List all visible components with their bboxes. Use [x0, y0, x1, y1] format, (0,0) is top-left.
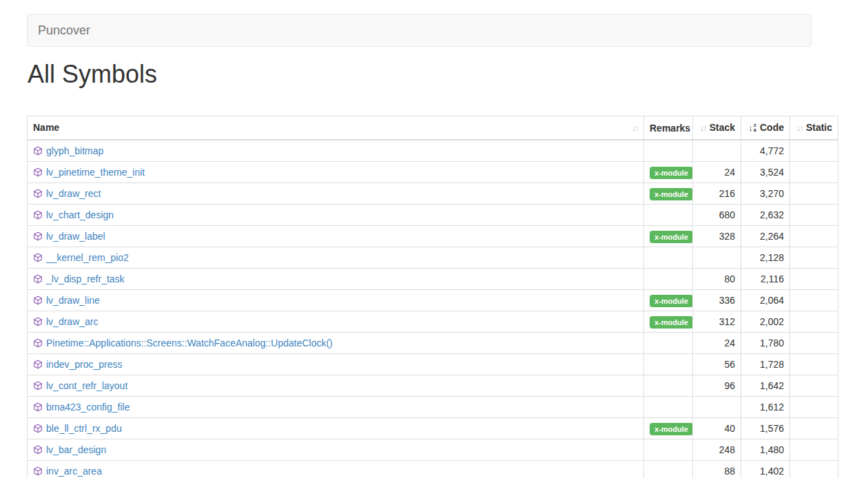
- cube-icon: [33, 402, 43, 412]
- cube-icon: [33, 317, 43, 326]
- symbol-link[interactable]: Pinetime::Applications::Screens::WatchFa…: [46, 337, 333, 349]
- code-value: 1,728: [741, 354, 790, 375]
- column-header-remarks: Remarks: [644, 116, 693, 141]
- stack-value: [693, 397, 741, 418]
- static-value: [790, 183, 838, 205]
- cube-icon: [33, 381, 43, 391]
- sort-both-icon: ↓↑: [700, 122, 706, 134]
- stack-value: 216: [693, 183, 741, 205]
- table-row: lv_draw_arc x-module 312 2,002: [28, 311, 838, 333]
- symbol-link[interactable]: bma423_config_file: [46, 402, 130, 413]
- table-row: ble_ll_ctrl_rx_pdu x-module 40 1,576: [28, 418, 838, 439]
- stack-value: 88: [693, 461, 741, 478]
- static-value: [790, 439, 838, 461]
- cube-icon: [33, 210, 43, 220]
- static-value: [790, 226, 838, 247]
- xmodule-badge: x-module: [650, 188, 693, 200]
- stack-value: 80: [693, 269, 741, 290]
- stack-value: 40: [693, 418, 741, 439]
- column-header-static[interactable]: ↓↑Static: [790, 116, 838, 141]
- cube-icon: [33, 167, 43, 177]
- table-row: _lv_disp_refr_task 80 2,116: [28, 269, 838, 290]
- cube-icon: [33, 189, 43, 198]
- table-row: lv_draw_rect x-module 216 3,270: [28, 183, 838, 205]
- static-value: [790, 205, 838, 226]
- table-row: glyph_bitmap 4,772: [28, 140, 838, 162]
- code-value: 1,642: [741, 375, 790, 397]
- cube-icon: [33, 253, 43, 262]
- static-value: [790, 311, 838, 333]
- static-value: [790, 269, 838, 290]
- static-value: [790, 461, 838, 478]
- remarks-header-label: Remarks: [650, 123, 690, 134]
- symbol-link[interactable]: lv_chart_design: [46, 209, 114, 220]
- xmodule-badge: x-module: [650, 167, 693, 179]
- code-value: 1,576: [741, 418, 790, 439]
- name-header-label: Name: [33, 122, 59, 133]
- column-header-code[interactable]: ↓zaCode: [741, 116, 790, 141]
- xmodule-badge: x-module: [650, 295, 693, 307]
- stack-value: 312: [693, 311, 741, 333]
- code-header-label: Code: [760, 122, 784, 133]
- static-value: [790, 418, 838, 439]
- symbol-link[interactable]: glyph_bitmap: [46, 145, 103, 156]
- symbol-link[interactable]: lv_pinetime_theme_init: [46, 167, 145, 178]
- code-value: 2,128: [741, 247, 790, 269]
- page-title: All Symbols: [28, 61, 868, 88]
- brand-link[interactable]: Puncover: [28, 14, 101, 46]
- column-header-name[interactable]: Name ↓↑: [28, 116, 644, 141]
- code-value: 3,524: [741, 162, 790, 183]
- code-value: 1,402: [741, 461, 790, 478]
- code-value: 4,772: [741, 140, 790, 162]
- cube-icon: [33, 338, 43, 348]
- symbol-link[interactable]: lv_draw_rect: [46, 188, 101, 199]
- sort-descending-icon: ↓za: [748, 122, 756, 134]
- symbol-link[interactable]: inv_arc_area: [46, 466, 102, 477]
- symbol-link[interactable]: __kernel_rem_pio2: [46, 252, 129, 263]
- code-value: 1,612: [741, 397, 790, 418]
- cube-icon: [33, 424, 43, 433]
- cube-icon: [33, 466, 43, 476]
- stack-value: 96: [693, 375, 741, 397]
- stack-value: 24: [693, 162, 741, 183]
- static-value: [790, 290, 838, 311]
- code-value: 1,480: [741, 439, 790, 461]
- cube-icon: [33, 274, 43, 284]
- stack-value: 680: [693, 205, 741, 226]
- table-row: lv_bar_design 248 1,480: [28, 439, 838, 461]
- symbol-link[interactable]: lv_bar_design: [46, 444, 106, 455]
- table-row: lv_pinetime_theme_init x-module 24 3,524: [28, 162, 838, 183]
- xmodule-badge: x-module: [650, 316, 693, 329]
- code-value: 2,264: [741, 226, 790, 247]
- static-header-label: Static: [806, 122, 832, 133]
- code-value: 2,002: [741, 311, 790, 333]
- symbol-link[interactable]: lv_draw_label: [46, 231, 105, 242]
- table-row: __kernel_rem_pio2 2,128: [28, 247, 838, 269]
- symbol-link[interactable]: indev_proc_press: [46, 359, 123, 370]
- symbol-link[interactable]: _lv_disp_refr_task: [46, 273, 125, 284]
- code-value: 2,064: [741, 290, 790, 311]
- code-value: 1,780: [741, 333, 790, 354]
- static-value: [790, 397, 838, 418]
- stack-value: [693, 247, 741, 269]
- stack-value: 336: [693, 290, 741, 311]
- code-value: 2,632: [741, 205, 790, 226]
- stack-value: 248: [693, 439, 741, 461]
- static-value: [790, 333, 838, 354]
- stack-value: [693, 140, 741, 162]
- stack-header-label: Stack: [710, 122, 735, 133]
- static-value: [790, 354, 838, 375]
- table-header-row: Name ↓↑ Remarks ↓↑Stack ↓zaCode ↓↑Static: [28, 116, 838, 141]
- table-row: inv_arc_area 88 1,402: [28, 461, 838, 478]
- symbol-link[interactable]: ble_ll_ctrl_rx_pdu: [46, 423, 122, 434]
- xmodule-badge: x-module: [650, 231, 693, 243]
- static-value: [790, 140, 838, 162]
- column-header-stack[interactable]: ↓↑Stack: [693, 116, 741, 141]
- stack-value: 328: [693, 226, 741, 247]
- symbol-link[interactable]: lv_draw_arc: [46, 316, 98, 327]
- symbol-link[interactable]: lv_cont_refr_layout: [46, 380, 127, 391]
- table-row: lv_chart_design 680 2,632: [28, 205, 838, 226]
- cube-icon: [33, 146, 43, 156]
- navbar: Puncover: [27, 14, 812, 47]
- symbol-link[interactable]: lv_draw_line: [46, 295, 100, 306]
